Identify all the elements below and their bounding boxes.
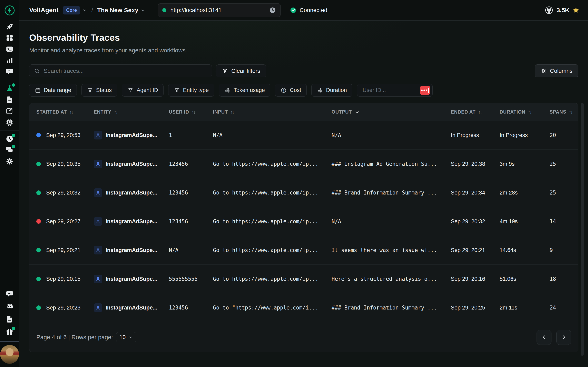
- filters-row: Date rangeStatusAgent IDEntity typeToken…: [29, 84, 579, 97]
- filter-chip-agent-id[interactable]: Agent ID: [122, 84, 164, 97]
- sidebar-item-flask[interactable]: [6, 84, 14, 92]
- search-input[interactable]: [44, 68, 207, 74]
- notification-dot-icon: [12, 134, 15, 137]
- cell-user-id: 123456: [169, 190, 213, 196]
- sidebar-item-document[interactable]: [6, 96, 14, 104]
- cell-user-id: 555555555: [169, 276, 213, 282]
- history-clock-icon[interactable]: [269, 7, 276, 14]
- sidebar-item-gift[interactable]: [6, 328, 14, 336]
- vertical-scrollbar[interactable]: [581, 103, 584, 356]
- cell-ended-at: Sep 29, 20:38: [451, 161, 500, 167]
- star-icon[interactable]: [572, 7, 579, 14]
- page-content: Observability Traces Monitor and analyze…: [19, 21, 588, 367]
- server-url-input[interactable]: http://localhost:3141: [158, 3, 281, 17]
- cell-input: Go to https://www.apple.com/ip...: [213, 276, 332, 282]
- rocket-icon: [6, 23, 14, 31]
- cell-entity: InstagramAdSupe...: [94, 160, 169, 168]
- filter-chip-status[interactable]: Status: [81, 84, 117, 97]
- table-row[interactable]: Sep 29, 20:27 InstagramAdSupe... 123456 …: [29, 207, 578, 236]
- sidebar-item-docs[interactable]: [6, 315, 14, 323]
- status-dot-icon: [36, 133, 41, 137]
- cell-spans: 25: [550, 161, 571, 167]
- sidebar-item-settings-gear[interactable]: [6, 157, 14, 165]
- chat-bubble-icon: [6, 67, 14, 76]
- column-header-ended-at[interactable]: ENDED AT↑↓: [451, 109, 500, 115]
- cell-input: Go to https://www.apple.com/ip...: [213, 190, 332, 196]
- column-header-user-id[interactable]: USER ID↑↓: [169, 109, 213, 115]
- clear-filters-label: Clear filters: [231, 68, 260, 74]
- filter-chip-token-usage[interactable]: Token usage: [219, 84, 270, 97]
- user-id-input[interactable]: [363, 87, 407, 93]
- column-header-input[interactable]: INPUT↑↓: [213, 109, 332, 115]
- notification-dot-icon: [12, 83, 15, 87]
- project-name[interactable]: The New Sexy: [97, 7, 138, 14]
- cell-output: N/A: [332, 132, 451, 138]
- cell-ended-at: In Progress: [451, 132, 500, 138]
- app-window: VoltAgent Core / The New Sexy http://loc…: [0, 0, 588, 367]
- table-row[interactable]: Sep 29, 20:21 InstagramAdSupe... N/A Go …: [29, 236, 578, 265]
- sidebar-item-feedback-chat[interactable]: [6, 290, 14, 298]
- cell-entity: InstagramAdSupe...: [94, 246, 169, 254]
- gear-icon: [541, 68, 547, 74]
- sidebar-item-chat-multiple[interactable]: [6, 146, 14, 154]
- filter-chip-duration[interactable]: Duration: [311, 84, 352, 97]
- apps-grid-icon: [6, 34, 14, 42]
- agent-person-icon: [94, 275, 102, 283]
- clear-filters-button[interactable]: Clear filters: [216, 64, 266, 77]
- document-icon: [6, 96, 14, 104]
- search-icon: [34, 68, 40, 74]
- sidebar-item-clock[interactable]: [6, 135, 14, 143]
- cell-ended-at: Sep 29, 20:21: [451, 247, 500, 253]
- password-manager-badge-icon[interactable]: [420, 86, 430, 95]
- breadcrumb-separator: /: [91, 7, 93, 14]
- column-header-started-at[interactable]: STARTED AT↑↓: [36, 109, 94, 115]
- table-row[interactable]: Sep 29, 20:35 InstagramAdSupe... 123456 …: [29, 150, 578, 178]
- cell-entity: InstagramAdSupe...: [94, 275, 169, 283]
- columns-button[interactable]: Columns: [535, 64, 579, 77]
- cell-output: Here's a structured analysis o...: [332, 276, 451, 282]
- table-row[interactable]: Sep 29, 20:15 InstagramAdSupe... 5555555…: [29, 265, 578, 293]
- cell-entity: InstagramAdSupe...: [94, 217, 169, 226]
- cell-duration: 3m 9s: [500, 161, 550, 167]
- terminal-icon: [6, 45, 14, 53]
- filter-chip-cost[interactable]: $Cost: [275, 84, 307, 97]
- chevron-down-icon[interactable]: [82, 8, 87, 13]
- core-badge[interactable]: Core: [63, 6, 80, 15]
- sidebar-item-rocket[interactable]: [6, 23, 14, 31]
- sidebar-item-chat-bubble[interactable]: [6, 67, 14, 76]
- sidebar-item-cpu-chip[interactable]: [6, 118, 14, 126]
- column-header-duration[interactable]: DURATION↑↓: [500, 109, 550, 115]
- sidebar-item-apps-grid[interactable]: [6, 34, 14, 42]
- sidebar-item-bar-chart[interactable]: [6, 56, 14, 64]
- filter-chip-date-range[interactable]: Date range: [29, 84, 77, 97]
- rows-per-page-value: 10: [120, 334, 126, 341]
- next-page-button[interactable]: [556, 330, 571, 345]
- columns-label: Columns: [550, 68, 572, 74]
- column-header-label: DURATION: [500, 109, 525, 115]
- filter-chip-label: Agent ID: [137, 87, 158, 93]
- table-row[interactable]: Sep 29, 20:32 InstagramAdSupe... 123456 …: [29, 178, 578, 207]
- voltagent-logo[interactable]: [0, 0, 19, 21]
- previous-page-button[interactable]: [536, 330, 552, 345]
- agent-person-icon: [94, 160, 102, 168]
- chevron-down-icon[interactable]: [140, 8, 145, 13]
- rows-per-page-select[interactable]: 10: [116, 332, 136, 342]
- github-stars[interactable]: 3.5K: [545, 6, 579, 15]
- status-dot-icon: [36, 277, 41, 281]
- filter-chip-entity-type[interactable]: Entity type: [168, 84, 214, 97]
- sidebar-item-compose[interactable]: [6, 107, 14, 115]
- user-id-filter[interactable]: [357, 84, 433, 97]
- user-avatar[interactable]: [0, 345, 19, 364]
- column-header-output[interactable]: OUTPUT: [332, 109, 451, 115]
- table-row[interactable]: Sep 29, 20:53 InstagramAdSupe... 1 N/A N…: [29, 121, 578, 150]
- cell-duration: 51.06s: [500, 276, 550, 282]
- column-header-spans[interactable]: SPANS↑↓: [550, 109, 572, 115]
- chevron-down-icon: [355, 109, 360, 115]
- column-header-entity[interactable]: ENTITY↑↓: [94, 109, 169, 115]
- sidebar-item-discord[interactable]: [6, 303, 14, 311]
- table-row[interactable]: Sep 29, 20:23 InstagramAdSupe... 123456 …: [29, 293, 578, 322]
- filter-chip-label: Status: [96, 87, 112, 93]
- pagination-summary: Page 4 of 6 | Rows per page:: [36, 334, 113, 341]
- sidebar-item-terminal[interactable]: [6, 45, 14, 53]
- sort-icon: ↑↓: [478, 109, 481, 115]
